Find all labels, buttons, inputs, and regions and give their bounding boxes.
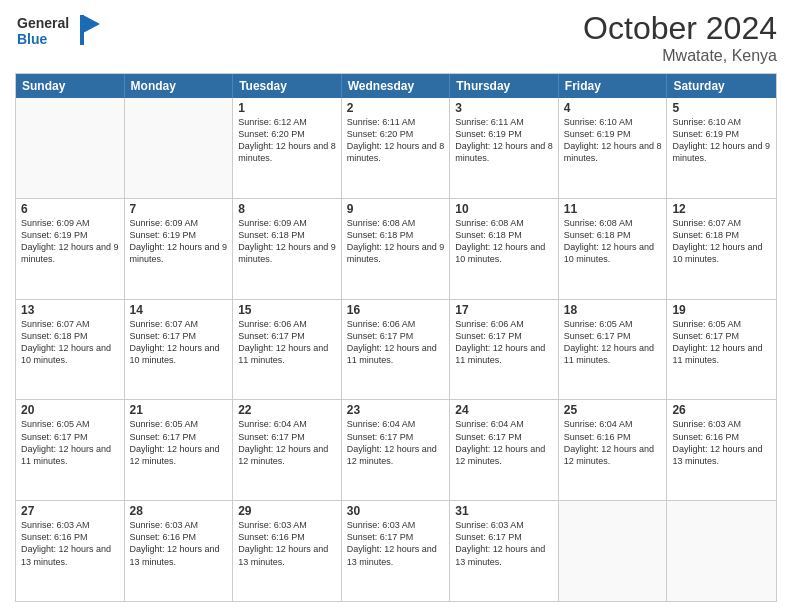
- day-info-1-6: Sunrise: 6:07 AM Sunset: 6:18 PM Dayligh…: [672, 217, 771, 266]
- header-friday: Friday: [559, 74, 668, 98]
- day-cell-1-1: 7Sunrise: 6:09 AM Sunset: 6:19 PM Daylig…: [125, 199, 234, 299]
- day-cell-1-4: 10Sunrise: 6:08 AM Sunset: 6:18 PM Dayli…: [450, 199, 559, 299]
- header-saturday: Saturday: [667, 74, 776, 98]
- day-info-1-3: Sunrise: 6:08 AM Sunset: 6:18 PM Dayligh…: [347, 217, 445, 266]
- day-info-2-3: Sunrise: 6:06 AM Sunset: 6:17 PM Dayligh…: [347, 318, 445, 367]
- day-info-1-0: Sunrise: 6:09 AM Sunset: 6:19 PM Dayligh…: [21, 217, 119, 266]
- day-cell-1-2: 8Sunrise: 6:09 AM Sunset: 6:18 PM Daylig…: [233, 199, 342, 299]
- day-number-0-2: 1: [238, 101, 336, 115]
- day-number-3-3: 23: [347, 403, 445, 417]
- day-number-4-2: 29: [238, 504, 336, 518]
- day-cell-2-0: 13Sunrise: 6:07 AM Sunset: 6:18 PM Dayli…: [16, 300, 125, 400]
- day-cell-3-1: 21Sunrise: 6:05 AM Sunset: 6:17 PM Dayli…: [125, 400, 234, 500]
- day-number-2-1: 14: [130, 303, 228, 317]
- day-number-3-1: 21: [130, 403, 228, 417]
- day-info-0-3: Sunrise: 6:11 AM Sunset: 6:20 PM Dayligh…: [347, 116, 445, 165]
- day-cell-2-2: 15Sunrise: 6:06 AM Sunset: 6:17 PM Dayli…: [233, 300, 342, 400]
- logo: General Blue: [15, 10, 105, 59]
- header-thursday: Thursday: [450, 74, 559, 98]
- day-info-4-0: Sunrise: 6:03 AM Sunset: 6:16 PM Dayligh…: [21, 519, 119, 568]
- day-info-0-4: Sunrise: 6:11 AM Sunset: 6:19 PM Dayligh…: [455, 116, 553, 165]
- day-number-3-2: 22: [238, 403, 336, 417]
- day-info-2-1: Sunrise: 6:07 AM Sunset: 6:17 PM Dayligh…: [130, 318, 228, 367]
- day-number-4-1: 28: [130, 504, 228, 518]
- header-wednesday: Wednesday: [342, 74, 451, 98]
- day-number-3-6: 26: [672, 403, 771, 417]
- day-cell-2-5: 18Sunrise: 6:05 AM Sunset: 6:17 PM Dayli…: [559, 300, 668, 400]
- day-cell-4-1: 28Sunrise: 6:03 AM Sunset: 6:16 PM Dayli…: [125, 501, 234, 601]
- day-number-1-2: 8: [238, 202, 336, 216]
- week-row-2: 13Sunrise: 6:07 AM Sunset: 6:18 PM Dayli…: [16, 299, 776, 400]
- day-cell-0-1: [125, 98, 234, 198]
- day-info-2-5: Sunrise: 6:05 AM Sunset: 6:17 PM Dayligh…: [564, 318, 662, 367]
- day-cell-4-3: 30Sunrise: 6:03 AM Sunset: 6:17 PM Dayli…: [342, 501, 451, 601]
- day-info-0-5: Sunrise: 6:10 AM Sunset: 6:19 PM Dayligh…: [564, 116, 662, 165]
- calendar-body: 1Sunrise: 6:12 AM Sunset: 6:20 PM Daylig…: [16, 98, 776, 601]
- day-number-2-0: 13: [21, 303, 119, 317]
- day-cell-3-2: 22Sunrise: 6:04 AM Sunset: 6:17 PM Dayli…: [233, 400, 342, 500]
- day-number-3-5: 25: [564, 403, 662, 417]
- day-number-0-6: 5: [672, 101, 771, 115]
- calendar: Sunday Monday Tuesday Wednesday Thursday…: [15, 73, 777, 602]
- day-info-0-6: Sunrise: 6:10 AM Sunset: 6:19 PM Dayligh…: [672, 116, 771, 165]
- day-info-4-1: Sunrise: 6:03 AM Sunset: 6:16 PM Dayligh…: [130, 519, 228, 568]
- day-info-3-0: Sunrise: 6:05 AM Sunset: 6:17 PM Dayligh…: [21, 418, 119, 467]
- day-number-1-5: 11: [564, 202, 662, 216]
- day-number-2-3: 16: [347, 303, 445, 317]
- day-info-1-5: Sunrise: 6:08 AM Sunset: 6:18 PM Dayligh…: [564, 217, 662, 266]
- day-number-2-6: 19: [672, 303, 771, 317]
- day-cell-2-6: 19Sunrise: 6:05 AM Sunset: 6:17 PM Dayli…: [667, 300, 776, 400]
- day-number-1-1: 7: [130, 202, 228, 216]
- day-cell-3-4: 24Sunrise: 6:04 AM Sunset: 6:17 PM Dayli…: [450, 400, 559, 500]
- day-info-4-2: Sunrise: 6:03 AM Sunset: 6:16 PM Dayligh…: [238, 519, 336, 568]
- day-cell-0-6: 5Sunrise: 6:10 AM Sunset: 6:19 PM Daylig…: [667, 98, 776, 198]
- day-cell-3-0: 20Sunrise: 6:05 AM Sunset: 6:17 PM Dayli…: [16, 400, 125, 500]
- day-number-2-2: 15: [238, 303, 336, 317]
- day-number-4-0: 27: [21, 504, 119, 518]
- day-number-3-0: 20: [21, 403, 119, 417]
- day-info-3-2: Sunrise: 6:04 AM Sunset: 6:17 PM Dayligh…: [238, 418, 336, 467]
- svg-rect-3: [80, 15, 84, 45]
- day-info-1-1: Sunrise: 6:09 AM Sunset: 6:19 PM Dayligh…: [130, 217, 228, 266]
- day-number-1-4: 10: [455, 202, 553, 216]
- day-cell-0-3: 2Sunrise: 6:11 AM Sunset: 6:20 PM Daylig…: [342, 98, 451, 198]
- header-tuesday: Tuesday: [233, 74, 342, 98]
- day-info-1-2: Sunrise: 6:09 AM Sunset: 6:18 PM Dayligh…: [238, 217, 336, 266]
- day-cell-1-5: 11Sunrise: 6:08 AM Sunset: 6:18 PM Dayli…: [559, 199, 668, 299]
- week-row-3: 20Sunrise: 6:05 AM Sunset: 6:17 PM Dayli…: [16, 399, 776, 500]
- day-number-1-3: 9: [347, 202, 445, 216]
- day-info-2-6: Sunrise: 6:05 AM Sunset: 6:17 PM Dayligh…: [672, 318, 771, 367]
- day-cell-1-3: 9Sunrise: 6:08 AM Sunset: 6:18 PM Daylig…: [342, 199, 451, 299]
- day-cell-4-2: 29Sunrise: 6:03 AM Sunset: 6:16 PM Dayli…: [233, 501, 342, 601]
- day-info-3-5: Sunrise: 6:04 AM Sunset: 6:16 PM Dayligh…: [564, 418, 662, 467]
- day-number-1-0: 6: [21, 202, 119, 216]
- day-number-0-3: 2: [347, 101, 445, 115]
- day-number-2-4: 17: [455, 303, 553, 317]
- svg-text:General: General: [17, 15, 69, 31]
- day-cell-1-6: 12Sunrise: 6:07 AM Sunset: 6:18 PM Dayli…: [667, 199, 776, 299]
- day-info-3-1: Sunrise: 6:05 AM Sunset: 6:17 PM Dayligh…: [130, 418, 228, 467]
- day-number-3-4: 24: [455, 403, 553, 417]
- day-info-2-4: Sunrise: 6:06 AM Sunset: 6:17 PM Dayligh…: [455, 318, 553, 367]
- day-cell-4-0: 27Sunrise: 6:03 AM Sunset: 6:16 PM Dayli…: [16, 501, 125, 601]
- day-info-3-4: Sunrise: 6:04 AM Sunset: 6:17 PM Dayligh…: [455, 418, 553, 467]
- svg-marker-2: [83, 15, 100, 33]
- day-cell-3-3: 23Sunrise: 6:04 AM Sunset: 6:17 PM Dayli…: [342, 400, 451, 500]
- header-monday: Monday: [125, 74, 234, 98]
- logo-svg: General Blue: [15, 10, 105, 55]
- day-info-3-3: Sunrise: 6:04 AM Sunset: 6:17 PM Dayligh…: [347, 418, 445, 467]
- day-info-2-2: Sunrise: 6:06 AM Sunset: 6:17 PM Dayligh…: [238, 318, 336, 367]
- day-info-4-4: Sunrise: 6:03 AM Sunset: 6:17 PM Dayligh…: [455, 519, 553, 568]
- logo-content: General Blue: [15, 10, 105, 59]
- day-number-4-4: 31: [455, 504, 553, 518]
- day-cell-4-5: [559, 501, 668, 601]
- header: General Blue October 2024 Mwatate, Kenya: [15, 10, 777, 65]
- day-number-0-4: 3: [455, 101, 553, 115]
- day-info-3-6: Sunrise: 6:03 AM Sunset: 6:16 PM Dayligh…: [672, 418, 771, 467]
- calendar-header: Sunday Monday Tuesday Wednesday Thursday…: [16, 74, 776, 98]
- day-cell-4-4: 31Sunrise: 6:03 AM Sunset: 6:17 PM Dayli…: [450, 501, 559, 601]
- week-row-1: 6Sunrise: 6:09 AM Sunset: 6:19 PM Daylig…: [16, 198, 776, 299]
- day-number-0-5: 4: [564, 101, 662, 115]
- day-cell-2-4: 17Sunrise: 6:06 AM Sunset: 6:17 PM Dayli…: [450, 300, 559, 400]
- location-title: Mwatate, Kenya: [583, 47, 777, 65]
